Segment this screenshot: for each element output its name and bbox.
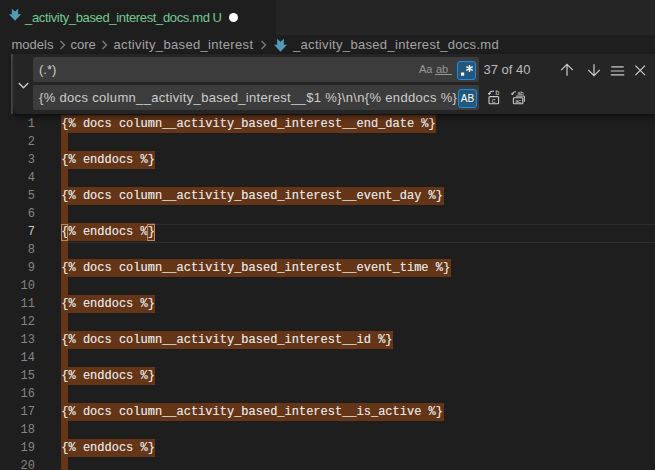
svg-text:ac: ac [515, 97, 522, 104]
svg-text:c: c [492, 97, 496, 105]
